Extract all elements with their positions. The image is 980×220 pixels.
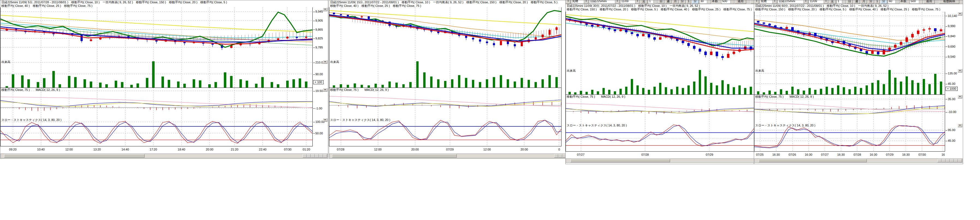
chart-header-line2: 移動平均( Close, 40 ) 移動平均( Close, 25 ) 移動平均…: [330, 4, 573, 8]
toolbar-button-6[interactable]: 日: [658, 0, 664, 4]
chevron-down-icon[interactable]: ▼: [635, 0, 640, 3]
combo-value: 日経225mini: [590, 0, 607, 3]
chevron-down-icon[interactable]: ▼: [803, 0, 808, 3]
time-axis-label: 07/27: [577, 153, 585, 156]
combo-value: 日経225mini: [779, 0, 795, 3]
scrollbar-button[interactable]: [958, 159, 962, 162]
stochastics-chart-svg: [754, 124, 945, 151]
toolbar-button-8[interactable]: 月: [861, 0, 867, 4]
volume-section: 出来高: [0, 60, 312, 88]
toolbar-button-7[interactable]: 週: [665, 0, 671, 4]
toolbar-button-15[interactable]: 適用: [923, 0, 935, 4]
toolbar-combo-1[interactable]: 先物▼: [571, 0, 589, 4]
scrollbar-button[interactable]: [302, 154, 307, 157]
scrollbar-button[interactable]: [323, 154, 327, 157]
scrollbar-thumb[interactable]: [332, 154, 457, 157]
scrollbar-button[interactable]: [311, 154, 315, 157]
toolbar-spinbox-5[interactable]: 1: [837, 0, 846, 4]
toolbar-spinbox-14[interactable]: 500: [910, 0, 923, 4]
toolbar-button-10[interactable]: 1: [686, 0, 691, 4]
toolbar-mini-dropdown-icon[interactable]: ▼: [754, 0, 759, 4]
stochastics-section: スロー・ストキャスティクス( 14, 3, 80, 20 ): [329, 118, 561, 146]
stochastics-section-label: スロー・ストキャスティクス( 14, 3, 80, 20 ): [2, 118, 61, 122]
toolbar-button-8[interactable]: 月: [672, 0, 679, 4]
section-collapse-button[interactable]: ▼: [323, 118, 328, 122]
horizontal-scrollbar[interactable]: [0, 154, 328, 158]
chevron-down-icon[interactable]: ▼: [824, 0, 828, 3]
section-collapse-button[interactable]: ▼: [323, 60, 328, 64]
section-collapse-button[interactable]: ▼: [958, 69, 962, 72]
scrollbar-thumb[interactable]: [4, 154, 145, 157]
combo-value: 先物: [760, 0, 767, 3]
toolbar-spinbox-14[interactable]: 500: [721, 0, 734, 4]
scrollbar-button[interactable]: [554, 154, 558, 157]
horizontal-scrollbar[interactable]: [754, 159, 963, 163]
toolbar-button-17[interactable]: 複数銘柄: [939, 0, 959, 4]
scrollbar-button[interactable]: [558, 154, 562, 157]
scrollbar-button[interactable]: [937, 159, 942, 162]
volume-section: 出来高: [754, 69, 945, 95]
scrollbar-button[interactable]: [307, 154, 311, 157]
section-collapse-button[interactable]: ▼: [958, 124, 962, 127]
chevron-down-icon[interactable]: ▼: [772, 0, 777, 3]
toolbar-button-6[interactable]: 日: [846, 0, 853, 4]
toolbar-combo-2[interactable]: 日経225mini▼: [778, 0, 808, 4]
time-axis-label: 20:00: [206, 148, 213, 151]
toolbar-button-4[interactable]: 足: [640, 0, 648, 4]
toolbar-button-10[interactable]: 1: [875, 0, 880, 4]
toolbar-button-11[interactable]: 分: [880, 0, 887, 4]
stochastics-chart-svg: [329, 118, 561, 146]
time-axis-label: 18:40: [178, 148, 185, 151]
volume-section: 出来高: [566, 69, 755, 95]
desktop: 日経225mini 11/09( 5分, 2011/07/28 - 2011/0…: [0, 0, 980, 220]
y-axis-label: 19.50: [313, 90, 323, 93]
horizontal-scrollbar[interactable]: [329, 154, 579, 158]
toolbar-combo-3[interactable]: 11/09▼: [620, 0, 640, 4]
toolbar-combo-1[interactable]: 先物▼: [760, 0, 777, 4]
toolbar-button-15[interactable]: 適用: [735, 0, 746, 4]
time-axis-label: 07/28: [853, 153, 861, 156]
toolbar-button-9[interactable]: 分: [679, 0, 686, 4]
chevron-down-icon[interactable]: ▼: [584, 0, 588, 3]
toolbar-mini-dropdown-icon[interactable]: ▼: [566, 0, 571, 4]
scrollbar-button[interactable]: [954, 159, 958, 162]
scrollbar-button[interactable]: [950, 159, 954, 162]
time-axis-label: 16:30: [772, 153, 780, 156]
time-axis-label: 13:20: [93, 148, 101, 151]
time-axis-label: 07/27: [821, 153, 829, 156]
chart-window-60min: ▼先物▼日経225mini▼11/09▼足1日週月分1分60本数500適用複数銘…: [754, 0, 963, 164]
main-chart-svg: [0, 7, 312, 60]
y-axis-label: 45.00: [946, 139, 955, 142]
chart-header-line2: 移動平均( Close, 150 ) 移動平均( Close, 20 ) 移動平…: [567, 8, 777, 11]
toolbar-button-9[interactable]: 分: [868, 0, 874, 4]
chevron-down-icon[interactable]: ▼: [615, 0, 619, 3]
main-price-section: [754, 12, 945, 69]
scrollbar-thumb[interactable]: [571, 159, 670, 162]
time-axis-label: 16: [942, 153, 945, 156]
time-axis-label: 16:30: [805, 153, 813, 156]
toolbar-spinbox-12[interactable]: 30: [699, 0, 711, 4]
time-axis-label: 20:00: [520, 148, 528, 151]
chart-header-line1: 日経225mini 11/09( 30分, 2011/07/22 - 2011/…: [567, 4, 777, 8]
volume-section-label: 出来高: [330, 60, 339, 64]
chart-plot-area: 出来高移動平均( Close, 75 ) MACD( 12, 26, 9 )スロ…: [0, 7, 313, 146]
toolbar-button-7[interactable]: 週: [853, 0, 860, 4]
toolbar-button-4[interactable]: 足: [829, 0, 836, 4]
toolbar-spinbox-12[interactable]: 60: [888, 0, 899, 4]
horizontal-scrollbar[interactable]: [566, 159, 783, 163]
section-collapse-button[interactable]: ▼: [958, 95, 962, 98]
section-collapse-button[interactable]: ▼: [323, 8, 328, 11]
toolbar-combo-3[interactable]: 11/09▼: [809, 0, 828, 4]
toolbar-spinbox-5[interactable]: 1: [648, 0, 657, 4]
scrollbar-thumb[interactable]: [759, 159, 867, 162]
scrollbar-button[interactable]: [946, 159, 950, 162]
scrollbar-button[interactable]: [942, 159, 946, 162]
y-axis-label: 50.00: [313, 132, 323, 135]
toolbar-button-11[interactable]: 分: [692, 0, 699, 4]
section-collapse-button[interactable]: ▼: [958, 12, 962, 16]
section-collapse-button[interactable]: ▼: [323, 88, 328, 92]
scrollbar-button[interactable]: [319, 154, 323, 157]
volume-section: 出来高: [329, 60, 561, 88]
toolbar-combo-2[interactable]: 日経225mini▼: [589, 0, 620, 4]
scrollbar-button[interactable]: [315, 154, 319, 157]
